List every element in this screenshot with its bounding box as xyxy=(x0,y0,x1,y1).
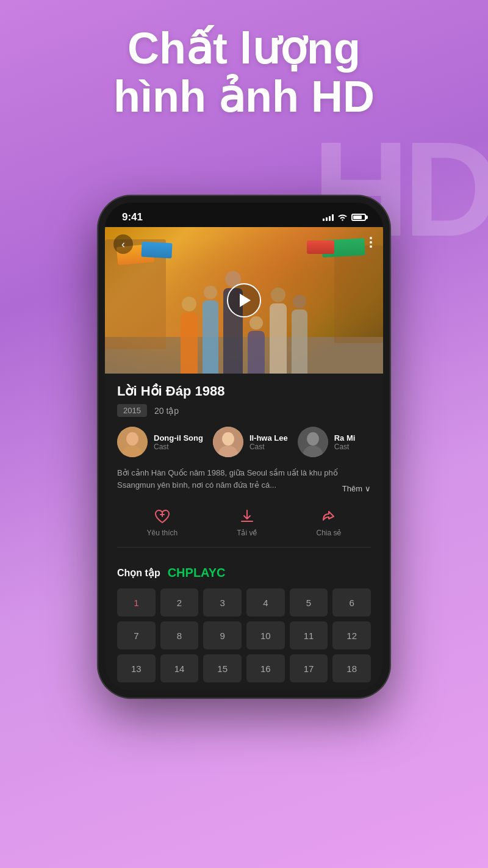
dot-2 xyxy=(370,241,372,244)
chevron-down-icon: ∨ xyxy=(365,484,371,493)
action-row: Yêu thích Tải về Chia sẻ xyxy=(117,503,371,548)
cast-avatar-1 xyxy=(117,427,148,457)
episode-btn-7[interactable]: 7 xyxy=(117,621,156,649)
share-label: Chia sẻ xyxy=(316,529,341,537)
episode-grid: 1 2 3 4 5 6 7 8 9 10 11 12 13 14 15 16 1 xyxy=(117,588,371,682)
phone-notch xyxy=(204,203,284,220)
episode-section: Chọn tập CHPLAYC 1 2 3 4 5 6 7 8 9 10 11 xyxy=(105,557,383,691)
more-link[interactable]: Thêm ∨ xyxy=(342,484,371,493)
show-title: Lời Hồi Đáp 1988 xyxy=(117,383,371,399)
episode-btn-17[interactable]: 17 xyxy=(290,654,328,682)
episode-btn-12[interactable]: 12 xyxy=(332,621,371,649)
play-icon xyxy=(240,294,251,307)
headline-line1: Chất lượng xyxy=(127,24,361,73)
section-header-row: Chọn tập CHPLAYC xyxy=(117,566,371,580)
episode-btn-5[interactable]: 5 xyxy=(290,588,328,617)
cast-info-3: Ra Mi Cast xyxy=(334,433,356,451)
dot-3 xyxy=(370,245,372,248)
status-time: 9:41 xyxy=(122,211,143,223)
episode-btn-2[interactable]: 2 xyxy=(160,588,199,617)
cast-member-2: Il-hwa Lee Cast xyxy=(213,427,288,457)
phone-frame: 9:41 xyxy=(98,195,390,698)
wifi-icon xyxy=(337,214,348,222)
back-button[interactable]: ‹ xyxy=(113,234,133,254)
choose-episode-title: Chọn tập xyxy=(117,567,160,579)
cast-avatar-3 xyxy=(298,427,328,457)
person-6 xyxy=(292,295,307,374)
header-text-block: Chất lượng hình ảnh HD xyxy=(0,24,488,121)
cast-info-2: Il-hwa Lee Cast xyxy=(249,433,288,451)
cast-name-3: Ra Mi xyxy=(334,433,356,443)
headline: Chất lượng hình ảnh HD xyxy=(0,24,488,121)
cast-avatar-2 xyxy=(213,427,243,457)
cast-role-3: Cast xyxy=(334,443,356,451)
battery-icon xyxy=(351,214,366,221)
signal-icon xyxy=(323,214,334,221)
cast-name-1: Dong-il Song xyxy=(154,433,203,443)
cast-role-2: Cast xyxy=(249,443,288,451)
episode-btn-18[interactable]: 18 xyxy=(332,654,371,682)
person-4 xyxy=(248,316,265,374)
episode-btn-3[interactable]: 3 xyxy=(203,588,242,617)
svg-point-1 xyxy=(126,432,138,446)
cast-role-1: Cast xyxy=(154,443,203,451)
year-badge: 2015 xyxy=(117,404,147,417)
episodes-count: 20 tập xyxy=(154,406,179,416)
heart-icon xyxy=(154,508,171,525)
person-5 xyxy=(270,288,287,374)
back-icon: ‹ xyxy=(121,238,125,251)
episode-btn-10[interactable]: 10 xyxy=(246,621,285,649)
episode-btn-11[interactable]: 11 xyxy=(290,621,328,649)
phone-inner: 9:41 xyxy=(105,203,383,691)
download-button[interactable]: Tải về xyxy=(237,508,257,537)
svg-point-4 xyxy=(222,432,234,446)
download-label: Tải về xyxy=(237,529,257,537)
phone-outer: 9:41 xyxy=(98,195,390,698)
episode-btn-14[interactable]: 14 xyxy=(160,654,199,682)
favorite-button[interactable]: Yêu thích xyxy=(146,508,178,537)
more-options-button[interactable] xyxy=(367,234,375,250)
episode-btn-1[interactable]: 1 xyxy=(117,588,156,617)
more-label: Thêm xyxy=(342,484,362,493)
description-row: Bởi cảnh Hàn Quốc năm 1988, giữa Seoul s… xyxy=(117,467,371,493)
show-description: Bởi cảnh Hàn Quốc năm 1988, giữa Seoul s… xyxy=(117,467,339,491)
play-button[interactable] xyxy=(227,283,261,317)
cast-info-1: Dong-il Song Cast xyxy=(154,433,203,451)
show-meta: 2015 20 tập xyxy=(117,404,371,417)
episode-btn-6[interactable]: 6 xyxy=(332,588,371,617)
headline-line2: hình ảnh HD xyxy=(113,72,375,121)
content-area: Lời Hồi Đáp 1988 2015 20 tập xyxy=(105,374,383,557)
share-icon xyxy=(320,508,337,525)
cast-row: Dong-il Song Cast xyxy=(117,427,371,457)
person-2 xyxy=(203,286,218,374)
share-button[interactable]: Chia sẻ xyxy=(316,508,341,537)
video-thumbnail[interactable]: ‹ xyxy=(105,227,383,374)
cast-name-2: Il-hwa Lee xyxy=(249,433,288,443)
person-1 xyxy=(181,297,198,374)
cast-member-3: Ra Mi Cast xyxy=(298,427,356,457)
episode-btn-8[interactable]: 8 xyxy=(160,621,199,649)
download-icon xyxy=(239,508,256,525)
episode-btn-9[interactable]: 9 xyxy=(203,621,242,649)
status-icons xyxy=(323,214,366,222)
episode-btn-15[interactable]: 15 xyxy=(203,654,242,682)
episode-btn-16[interactable]: 16 xyxy=(246,654,285,682)
favorite-label: Yêu thích xyxy=(146,529,178,537)
svg-point-7 xyxy=(307,432,319,446)
cast-member-1: Dong-il Song Cast xyxy=(117,427,203,457)
episode-btn-13[interactable]: 13 xyxy=(117,654,156,682)
dot-1 xyxy=(370,237,372,239)
episode-btn-4[interactable]: 4 xyxy=(246,588,285,617)
chplayc-watermark: CHPLAYC xyxy=(168,566,226,580)
